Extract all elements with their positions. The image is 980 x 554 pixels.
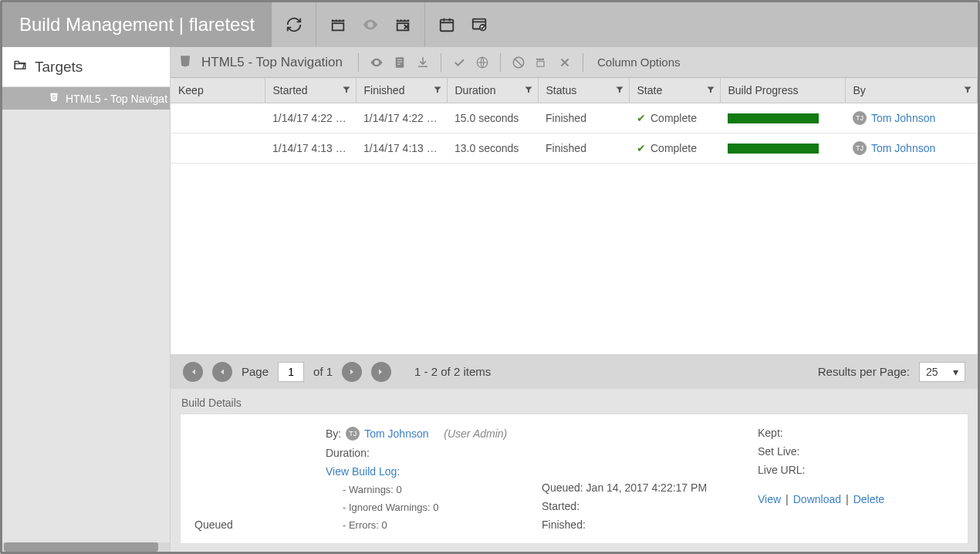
ignored-warnings-line: - Ignored Warnings: 0: [326, 502, 526, 513]
cell-finished: 1/14/17 4:13 P…: [356, 133, 447, 164]
filter-icon[interactable]: [706, 84, 715, 96]
cell-state: ✔Complete: [629, 133, 720, 164]
check-icon[interactable]: [451, 54, 468, 71]
range-label: 1 - 2 of 2 items: [414, 365, 491, 378]
folder-icon: [13, 58, 27, 76]
filter-icon[interactable]: [963, 84, 972, 96]
prev-page-button[interactable]: [212, 362, 232, 382]
detail-by-user[interactable]: Tom Johnson: [364, 427, 428, 440]
build-table: Keep Started Finished Duration Status St…: [171, 78, 978, 164]
build-icon[interactable]: [327, 14, 349, 35]
svg-rect-0: [333, 23, 344, 30]
sidebar: Targets HTML5 - Top Navigat: [2, 47, 171, 552]
cancel-build-icon[interactable]: [392, 14, 414, 35]
filter-icon[interactable]: [433, 84, 442, 96]
user-link[interactable]: Tom Johnson: [871, 142, 935, 154]
col-state[interactable]: State: [629, 78, 720, 103]
view-build-log-link[interactable]: View Build Log:: [326, 465, 526, 478]
schedule-icon[interactable]: [436, 14, 458, 35]
download-icon[interactable]: [414, 54, 431, 71]
detail-finished: Finished:: [542, 519, 742, 531]
col-keep[interactable]: Keep: [171, 78, 265, 103]
view-link[interactable]: View: [758, 493, 781, 505]
pagination-bar: Page of 1 1 - 2 of 2 items Results per P…: [171, 354, 978, 389]
main-content: HTML5 - Top Navigation Column Options: [171, 47, 978, 552]
publish-icon[interactable]: [468, 14, 490, 35]
column-options-link[interactable]: Column Options: [593, 56, 681, 69]
col-by[interactable]: By: [845, 78, 978, 103]
errors-line: - Errors: 0: [326, 519, 526, 531]
filter-icon[interactable]: [342, 84, 351, 96]
svg-rect-5: [396, 57, 404, 68]
detail-set-live: Set Live:: [758, 445, 954, 458]
cell-finished: 1/14/17 4:22 P…: [356, 103, 447, 133]
col-finished[interactable]: Finished: [356, 78, 447, 103]
cell-by: TJTom Johnson: [845, 103, 978, 133]
checkmark-icon: ✔: [637, 112, 646, 124]
col-status[interactable]: Status: [538, 78, 629, 103]
col-build-progress[interactable]: Build Progress: [720, 78, 845, 103]
detail-duration: Duration:: [326, 447, 526, 459]
filter-icon[interactable]: [615, 84, 624, 96]
avatar: TJ: [853, 111, 867, 125]
first-page-button[interactable]: [183, 362, 203, 382]
sidebar-scrollbar[interactable]: [2, 542, 170, 552]
table-empty-area: [171, 164, 978, 354]
filter-icon[interactable]: [524, 84, 533, 96]
detail-by-row: By: TJ Tom Johnson (User Admin): [326, 427, 526, 441]
page-title: Build Management | flaretest: [2, 2, 272, 47]
detail-by-role: (User Admin): [444, 427, 507, 440]
sidebar-heading: Targets: [2, 47, 170, 87]
rpp-value: 25: [926, 366, 938, 378]
table-row[interactable]: 1/14/17 4:22 P…1/14/17 4:22 P…15.0 secon…: [171, 103, 978, 133]
detail-kept: Kept:: [758, 427, 954, 439]
cell-started: 1/14/17 4:22 P…: [265, 103, 356, 133]
sidebar-heading-text: Targets: [35, 59, 83, 76]
log-icon[interactable]: [391, 54, 408, 71]
detail-actions: View | Download | Delete: [758, 493, 954, 505]
svg-rect-8: [537, 61, 544, 66]
page-input[interactable]: [278, 362, 304, 382]
globe-icon[interactable]: [474, 54, 491, 71]
cell-keep: [171, 103, 265, 133]
refresh-icon[interactable]: [283, 14, 305, 35]
sub-toolbar-title: HTML5 - Top Navigation: [198, 55, 349, 70]
scrollbar-thumb[interactable]: [4, 542, 158, 552]
stop-icon[interactable]: [510, 54, 527, 71]
cell-by: TJTom Johnson: [845, 133, 978, 164]
cell-status: Finished: [538, 103, 629, 133]
progress-bar: [728, 144, 819, 154]
cell-status: Finished: [538, 133, 629, 164]
cell-progress: [720, 133, 845, 164]
delete-icon[interactable]: [556, 54, 573, 71]
next-page-button[interactable]: [342, 362, 362, 382]
svg-rect-2: [441, 20, 454, 32]
html5-shield-icon: [178, 54, 192, 70]
sidebar-item-html5-top[interactable]: HTML5 - Top Navigat: [2, 87, 170, 110]
html5-shield-icon: [49, 92, 59, 105]
cell-duration: 13.0 seconds: [447, 133, 538, 164]
rebuild-icon[interactable]: [533, 54, 550, 71]
warnings-line: - Warnings: 0: [326, 484, 526, 495]
last-page-button[interactable]: [371, 362, 391, 382]
of-label: of 1: [313, 365, 333, 378]
detail-status: Queued: [194, 519, 310, 531]
page-label: Page: [242, 365, 269, 378]
detail-queued: Queued: Jan 14, 2017 4:22:17 PM: [542, 481, 742, 494]
table-row[interactable]: 1/14/17 4:13 P…1/14/17 4:13 P…13.0 secon…: [171, 133, 978, 164]
detail-started: Started:: [542, 500, 742, 512]
toggle-view-icon[interactable]: [368, 54, 385, 71]
col-duration[interactable]: Duration: [447, 78, 538, 103]
sidebar-item-label: HTML5 - Top Navigat: [66, 93, 167, 105]
checkmark-icon: ✔: [637, 142, 646, 154]
view-icon[interactable]: [360, 14, 381, 35]
col-started[interactable]: Started: [265, 78, 356, 103]
cell-progress: [720, 103, 845, 133]
sub-toolbar: HTML5 - Top Navigation Column Options: [171, 47, 978, 78]
build-details-heading: Build Details: [171, 389, 978, 414]
user-link[interactable]: Tom Johnson: [871, 112, 935, 124]
cell-duration: 15.0 seconds: [447, 103, 538, 133]
download-link[interactable]: Download: [793, 493, 841, 505]
rpp-select[interactable]: 25 ▾: [919, 362, 965, 382]
delete-link[interactable]: Delete: [853, 493, 884, 505]
